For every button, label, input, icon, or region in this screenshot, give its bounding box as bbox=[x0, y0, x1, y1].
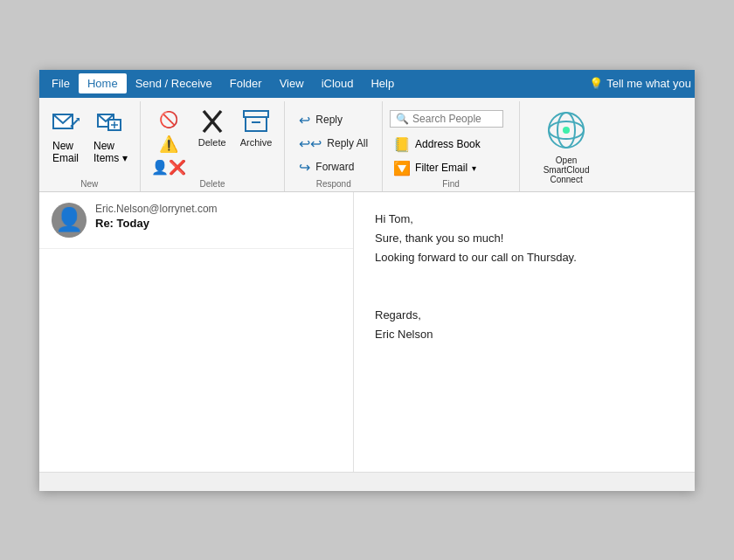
search-people-box[interactable]: 🔍 bbox=[390, 110, 503, 128]
email-list-item[interactable]: 👤 Eric.Nelson@lorrynet.com Re: Today bbox=[39, 192, 353, 249]
reply-all-button[interactable]: ↩↩ Reply All bbox=[292, 132, 375, 156]
ribbon-group-respond: ↩ Reply ↩↩ Reply All ↪ Forward Respond bbox=[285, 101, 383, 191]
svg-rect-9 bbox=[244, 111, 268, 117]
menu-icloud[interactable]: iCloud bbox=[313, 73, 363, 93]
new-email-icon bbox=[52, 107, 80, 138]
new-items-button[interactable]: NewItems ▾ bbox=[88, 105, 133, 167]
email-sender: Eric.Nelson@lorrynet.com bbox=[95, 203, 341, 215]
smartcloud-label: Open SmartCloudConnect bbox=[536, 156, 597, 184]
junk2-button[interactable]: 👤❌ bbox=[148, 157, 190, 177]
email-body: Hi Tom, Sure, thank you so much! Looking… bbox=[375, 210, 674, 345]
ribbon-group-delete: 🚫 ⚠️ 👤❌ Delet bbox=[141, 101, 286, 191]
archive-label: Archive bbox=[240, 137, 273, 148]
ribbon: NewEmail NewItems ▾ New bbox=[39, 98, 695, 192]
menu-help[interactable]: Help bbox=[362, 73, 403, 93]
menu-folder[interactable]: Folder bbox=[221, 73, 271, 93]
menu-view[interactable]: View bbox=[271, 73, 313, 93]
reply-icon: ↩ bbox=[299, 112, 310, 128]
forward-button[interactable]: ↪ Forward bbox=[292, 156, 375, 179]
body-line-3: Looking forward to our call on Thursday. bbox=[375, 248, 674, 267]
reply-all-label: Reply All bbox=[327, 137, 368, 149]
address-book-label: Address Book bbox=[415, 138, 481, 150]
reply-label: Reply bbox=[315, 114, 343, 126]
new-email-button[interactable]: NewEmail bbox=[46, 105, 85, 167]
address-book-icon: 📒 bbox=[393, 136, 411, 153]
body-line-4 bbox=[375, 267, 674, 287]
junk2-icon: 👤❌ bbox=[151, 159, 186, 176]
archive-icon bbox=[242, 107, 270, 135]
lightbulb-icon: 💡 bbox=[589, 77, 603, 90]
body-line-2: Sure, thank you so much! bbox=[375, 229, 674, 248]
ribbon-group-new: NewEmail NewItems ▾ New bbox=[39, 101, 141, 191]
forward-label: Forward bbox=[315, 161, 354, 173]
email-meta: Eric.Nelson@lorrynet.com Re: Today bbox=[95, 203, 341, 230]
address-book-button[interactable]: 📒 Address Book bbox=[390, 135, 512, 155]
body-line-7: Eric Nelson bbox=[375, 325, 674, 344]
smartcloud-icon bbox=[545, 109, 587, 154]
outlook-window: File Home Send / Receive Folder View iCl… bbox=[39, 70, 695, 491]
email-subject: Re: Today bbox=[95, 217, 341, 230]
search-icon: 🔍 bbox=[396, 113, 409, 125]
respond-group-label: Respond bbox=[316, 179, 351, 191]
new-items-label: NewItems ▾ bbox=[93, 140, 128, 164]
svg-rect-10 bbox=[246, 117, 267, 131]
ignore-button[interactable]: 🚫 bbox=[148, 108, 190, 131]
archive-button[interactable]: Archive bbox=[235, 105, 278, 150]
new-group-label: New bbox=[80, 179, 98, 191]
delete-icon bbox=[198, 107, 226, 135]
menu-home[interactable]: Home bbox=[79, 73, 127, 93]
reply-all-icon: ↩↩ bbox=[299, 135, 322, 152]
reply-button[interactable]: ↩ Reply bbox=[292, 108, 375, 132]
ignore-icon: 🚫 bbox=[159, 110, 178, 129]
filter-icon: 🔽 bbox=[393, 160, 411, 176]
delete-label: Delete bbox=[198, 137, 226, 148]
filter-dropdown-icon: ▾ bbox=[472, 163, 476, 173]
find-group-label: Find bbox=[442, 179, 459, 191]
ribbon-group-smartcloud: Open SmartCloudConnect bbox=[520, 101, 613, 191]
new-items-icon bbox=[96, 107, 124, 138]
new-email-label: NewEmail bbox=[52, 140, 79, 164]
avatar-icon: 👤 bbox=[55, 206, 83, 233]
junk-button[interactable]: ⚠️ bbox=[148, 133, 190, 156]
status-bar bbox=[39, 472, 695, 491]
content-area: 👤 Eric.Nelson@lorrynet.com Re: Today Hi … bbox=[39, 192, 695, 472]
smartcloud-button[interactable]: Open SmartCloudConnect bbox=[530, 107, 602, 187]
delete-button[interactable]: Delete bbox=[193, 105, 232, 150]
menu-send-receive[interactable]: Send / Receive bbox=[127, 73, 221, 93]
body-line-1: Hi Tom, bbox=[375, 210, 674, 229]
body-line-6: Regards, bbox=[375, 306, 674, 325]
menu-bar: File Home Send / Receive Folder View iCl… bbox=[39, 70, 695, 98]
email-preview: Hi Tom, Sure, thank you so much! Looking… bbox=[354, 192, 695, 472]
ribbon-group-find: 🔍 📒 Address Book 🔽 Filter Email ▾ Find bbox=[383, 101, 520, 191]
svg-point-15 bbox=[563, 127, 570, 134]
tell-me: 💡 Tell me what you bbox=[589, 77, 691, 90]
search-people-input[interactable] bbox=[412, 113, 497, 125]
filter-email-button[interactable]: 🔽 Filter Email ▾ bbox=[390, 158, 512, 178]
menu-file[interactable]: File bbox=[43, 73, 79, 93]
forward-icon: ↪ bbox=[299, 159, 310, 176]
body-line-5 bbox=[375, 287, 674, 306]
email-list: 👤 Eric.Nelson@lorrynet.com Re: Today bbox=[39, 192, 354, 472]
filter-email-label: Filter Email bbox=[415, 162, 467, 174]
avatar: 👤 bbox=[52, 203, 87, 238]
delete-group-label: Delete bbox=[200, 179, 225, 191]
junk-icon: ⚠️ bbox=[159, 135, 178, 154]
